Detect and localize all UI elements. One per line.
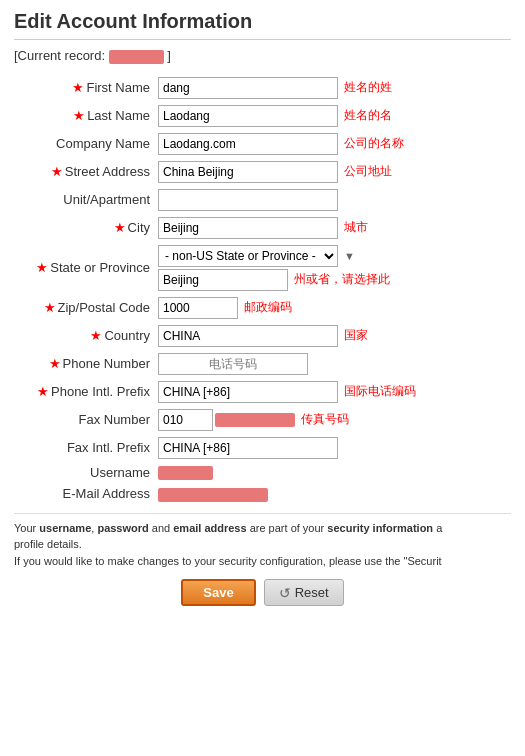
phone-label: ★Phone Number xyxy=(14,350,154,378)
phone-required: ★ xyxy=(49,356,61,371)
fax-intl-label: Fax Intl. Prefix xyxy=(14,434,154,462)
phone-row: ★Phone Number xyxy=(14,350,511,378)
street-address-required: ★ xyxy=(51,164,63,179)
city-field-cell: 城市 xyxy=(154,214,511,242)
unit-row: Unit/Apartment xyxy=(14,186,511,214)
last-name-note: 姓名的名 xyxy=(344,107,392,124)
city-row: ★City 城市 xyxy=(14,214,511,242)
fax-row: Fax Number 传真号码 xyxy=(14,406,511,434)
company-name-note: 公司的名称 xyxy=(344,135,404,152)
chevron-down-icon: ▼ xyxy=(344,250,355,262)
street-address-row: ★Street Address 公司地址 xyxy=(14,158,511,186)
city-label: ★City xyxy=(14,214,154,242)
country-row: ★Country 国家 xyxy=(14,322,511,350)
reset-icon: ↺ xyxy=(279,585,291,601)
last-name-field-cell: 姓名的名 xyxy=(154,102,511,130)
phone-intl-field-cell: 国际电话编码 xyxy=(154,378,511,406)
username-redacted xyxy=(158,466,213,480)
unit-field-cell xyxy=(154,186,511,214)
zip-row: ★Zip/Postal Code 邮政编码 xyxy=(14,294,511,322)
fax-intl-input[interactable] xyxy=(158,437,338,459)
street-address-input[interactable] xyxy=(158,161,338,183)
current-record-row: [Current record: ] xyxy=(14,48,511,64)
username-label: Username xyxy=(14,462,154,484)
company-name-label: Company Name xyxy=(14,130,154,158)
state-required: ★ xyxy=(36,260,48,275)
username-field-cell xyxy=(154,462,511,484)
phone-intl-input[interactable] xyxy=(158,381,338,403)
unit-input[interactable] xyxy=(158,189,338,211)
zip-required: ★ xyxy=(44,300,56,315)
security-note-line2: If you would like to make changes to you… xyxy=(14,553,511,570)
fax-field-cell: 传真号码 xyxy=(154,406,511,434)
button-row: Save ↺ Reset xyxy=(14,579,511,606)
fax-redacted xyxy=(215,413,295,427)
phone-input[interactable] xyxy=(158,353,308,375)
city-note: 城市 xyxy=(344,219,368,236)
company-name-field-cell: 公司的名称 xyxy=(154,130,511,158)
fax-label: Fax Number xyxy=(14,406,154,434)
reset-label: Reset xyxy=(295,585,329,600)
zip-label: ★Zip/Postal Code xyxy=(14,294,154,322)
current-record-label: [Current record: xyxy=(14,48,105,63)
email-row: E-Mail Address xyxy=(14,483,511,505)
state-field-cell: - non-US State or Province - ▼ 州或省，请选择此 xyxy=(154,242,511,294)
first-name-note: 姓名的姓 xyxy=(344,79,392,96)
state-row: ★State or Province - non-US State or Pro… xyxy=(14,242,511,294)
last-name-input[interactable] xyxy=(158,105,338,127)
state-text-input[interactable] xyxy=(158,269,288,291)
state-note: 州或省，请选择此 xyxy=(294,271,390,288)
country-field-cell: 国家 xyxy=(154,322,511,350)
phone-intl-row: ★Phone Intl. Prefix 国际电话编码 xyxy=(14,378,511,406)
phone-intl-note: 国际电话编码 xyxy=(344,383,416,400)
street-address-note: 公司地址 xyxy=(344,163,392,180)
phone-field-cell xyxy=(154,350,511,378)
security-note-line1: Your username, password and email addres… xyxy=(14,520,511,553)
city-required: ★ xyxy=(114,220,126,235)
fax-note: 传真号码 xyxy=(301,411,349,428)
company-name-row: Company Name 公司的名称 xyxy=(14,130,511,158)
zip-note: 邮政编码 xyxy=(244,299,292,316)
email-label: E-Mail Address xyxy=(14,483,154,505)
username-row: Username xyxy=(14,462,511,484)
current-record-value xyxy=(109,50,164,64)
street-address-label: ★Street Address xyxy=(14,158,154,186)
state-label: ★State or Province xyxy=(14,242,154,294)
zip-field-cell: 邮政编码 xyxy=(154,294,511,322)
fax-input[interactable] xyxy=(158,409,213,431)
first-name-field-cell: 姓名的姓 xyxy=(154,74,511,102)
edit-form: ★First Name 姓名的姓 ★Last Name 姓名的名 xyxy=(14,74,511,505)
phone-intl-required: ★ xyxy=(37,384,49,399)
reset-button[interactable]: ↺ Reset xyxy=(264,579,344,606)
country-required: ★ xyxy=(90,328,102,343)
save-button[interactable]: Save xyxy=(181,579,255,606)
city-input[interactable] xyxy=(158,217,338,239)
first-name-label: ★First Name xyxy=(14,74,154,102)
zip-input[interactable] xyxy=(158,297,238,319)
phone-intl-label: ★Phone Intl. Prefix xyxy=(14,378,154,406)
email-redacted xyxy=(158,488,268,502)
last-name-required: ★ xyxy=(73,108,85,123)
country-label: ★Country xyxy=(14,322,154,350)
page-title: Edit Account Information xyxy=(14,10,511,40)
last-name-row: ★Last Name 姓名的名 xyxy=(14,102,511,130)
fax-intl-row: Fax Intl. Prefix xyxy=(14,434,511,462)
country-note: 国家 xyxy=(344,327,368,344)
country-input[interactable] xyxy=(158,325,338,347)
state-select[interactable]: - non-US State or Province - xyxy=(158,245,338,267)
company-name-input[interactable] xyxy=(158,133,338,155)
street-address-field-cell: 公司地址 xyxy=(154,158,511,186)
first-name-row: ★First Name 姓名的姓 xyxy=(14,74,511,102)
first-name-required: ★ xyxy=(72,80,84,95)
current-record-close: ] xyxy=(167,48,171,63)
last-name-label: ★Last Name xyxy=(14,102,154,130)
security-note: Your username, password and email addres… xyxy=(14,513,511,570)
first-name-input[interactable] xyxy=(158,77,338,99)
email-field-cell xyxy=(154,483,511,505)
fax-intl-field-cell xyxy=(154,434,511,462)
unit-label: Unit/Apartment xyxy=(14,186,154,214)
